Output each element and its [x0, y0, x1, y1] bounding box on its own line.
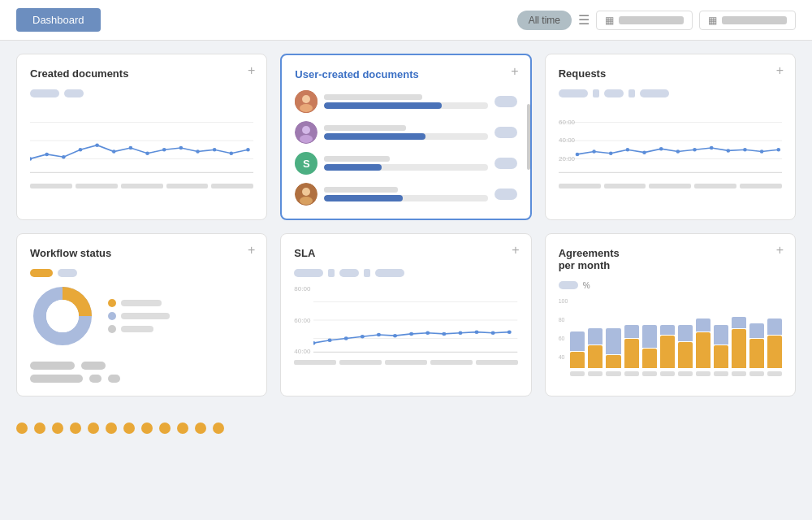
- dot-4: [70, 422, 81, 434]
- svg-point-19: [302, 95, 310, 103]
- bar-x-label: [570, 371, 585, 376]
- x-axis-labels-req: [559, 184, 782, 188]
- y-label-agr: 60: [559, 336, 568, 341]
- bar-seg-blue: [624, 325, 639, 338]
- dot-2: [34, 422, 45, 434]
- svg-point-39: [676, 150, 680, 154]
- bar-group-6: [660, 325, 675, 368]
- svg-point-60: [426, 332, 430, 336]
- legend-dot-grey: [108, 325, 116, 333]
- footer-chip-1: [30, 362, 75, 370]
- svg-point-26: [300, 197, 313, 205]
- alltime-pill[interactable]: All time: [517, 11, 572, 30]
- legend-dot-gold: [108, 299, 116, 307]
- svg-point-38: [659, 147, 663, 151]
- card-title-agreements: Agreementsper month: [559, 247, 782, 271]
- svg-point-10: [145, 152, 149, 156]
- dot-8: [141, 422, 153, 434]
- bar-seg-blue: [732, 317, 746, 328]
- card-plus-created-documents[interactable]: +: [248, 64, 255, 77]
- bar-container-1: [324, 94, 487, 109]
- card-created-documents: Created documents +: [16, 54, 267, 220]
- bar-x-label: [732, 371, 746, 376]
- legend-list: [108, 299, 170, 333]
- x-label: [559, 184, 601, 188]
- card-plus-agreements[interactable]: +: [776, 244, 784, 257]
- bar-group-3: [606, 328, 620, 368]
- svg-point-55: [344, 336, 348, 340]
- top-bar: Dashboard All time ☰ ▦ ▦: [0, 0, 812, 41]
- bar-seg-blue: [696, 318, 710, 332]
- bar-seg-gold: [624, 339, 639, 368]
- card-title-workflow: Workflow status: [30, 247, 253, 259]
- dot-1: [16, 422, 28, 434]
- card-plus-workflow[interactable]: +: [248, 244, 255, 257]
- bar-fill-2: [324, 133, 425, 140]
- pct-label: %: [583, 281, 590, 290]
- legend-item-2: [108, 312, 170, 320]
- svg-point-5: [62, 155, 66, 159]
- avatar-2: [295, 121, 317, 144]
- chip-req-2: [604, 89, 624, 98]
- y-label-agr: 100: [559, 298, 568, 304]
- svg-point-44: [759, 150, 763, 154]
- bar-seg-blue: [714, 325, 728, 344]
- legend-bar-3: [121, 326, 153, 332]
- svg-point-53: [313, 341, 316, 345]
- bar-seg-blue: [570, 332, 585, 351]
- bar-x-label: [606, 371, 620, 376]
- bar-x-label: [696, 371, 710, 376]
- svg-point-57: [377, 333, 381, 337]
- user-row-2: [295, 121, 516, 144]
- toolbar2-text: [722, 16, 787, 24]
- bar-group-1: [570, 332, 585, 368]
- bar-seg-gold: [570, 352, 585, 368]
- dot-7: [123, 422, 135, 434]
- legend-bar-1: [121, 300, 162, 306]
- scrollbar[interactable]: [527, 104, 530, 169]
- bar-fill-wrap-2: [324, 133, 487, 140]
- bar-fill-3: [324, 164, 381, 171]
- card-plus-requests[interactable]: +: [776, 64, 784, 77]
- bar-seg-gold: [767, 336, 782, 368]
- svg-point-3: [30, 157, 32, 161]
- line-chart-sla: [313, 284, 517, 357]
- svg-point-59: [409, 332, 413, 336]
- svg-point-37: [642, 150, 646, 154]
- bar-seg-gold: [660, 336, 675, 368]
- bar-group-4: [624, 325, 639, 368]
- bar-x-label: [767, 371, 782, 376]
- card-plus-user-created[interactable]: +: [511, 65, 518, 78]
- bar-seg-gold: [749, 339, 764, 368]
- bar-group-2: [588, 328, 603, 368]
- bar-group-7: [678, 325, 693, 368]
- bar-chart-x-labels: [570, 371, 782, 376]
- dot-9: [159, 422, 171, 434]
- bar-group-12: [767, 318, 782, 368]
- list-icon[interactable]: ☰: [578, 12, 590, 28]
- card-agreements: Agreementsper month + % 100 80 60 40: [545, 233, 796, 396]
- bar-seg-gold: [588, 345, 603, 368]
- user-row-4: [295, 183, 516, 206]
- svg-point-41: [710, 146, 714, 150]
- card-plus-sla[interactable]: +: [512, 244, 519, 257]
- bar-seg-blue: [749, 323, 764, 338]
- bar-x-label: [660, 371, 675, 376]
- card-requests: Requests + 60:00 40:00 20:00: [545, 54, 796, 220]
- chip-req-3: [640, 89, 669, 98]
- dashboard-button[interactable]: Dashboard: [16, 8, 101, 32]
- bar-chart-area: 100 80 60 40: [559, 297, 782, 376]
- svg-point-36: [625, 148, 629, 152]
- svg-point-20: [300, 104, 313, 112]
- dot-3: [52, 422, 63, 434]
- y-label-agr: 80: [559, 317, 568, 323]
- svg-point-15: [230, 152, 234, 156]
- bar-seg-blue: [606, 328, 620, 354]
- svg-point-40: [693, 148, 697, 152]
- svg-point-56: [361, 335, 365, 339]
- user-list: S: [295, 90, 516, 206]
- svg-point-54: [328, 339, 332, 343]
- top-bar-right: All time ☰ ▦ ▦: [517, 11, 796, 30]
- bar-seg-gold: [732, 329, 746, 368]
- svg-point-6: [79, 148, 83, 152]
